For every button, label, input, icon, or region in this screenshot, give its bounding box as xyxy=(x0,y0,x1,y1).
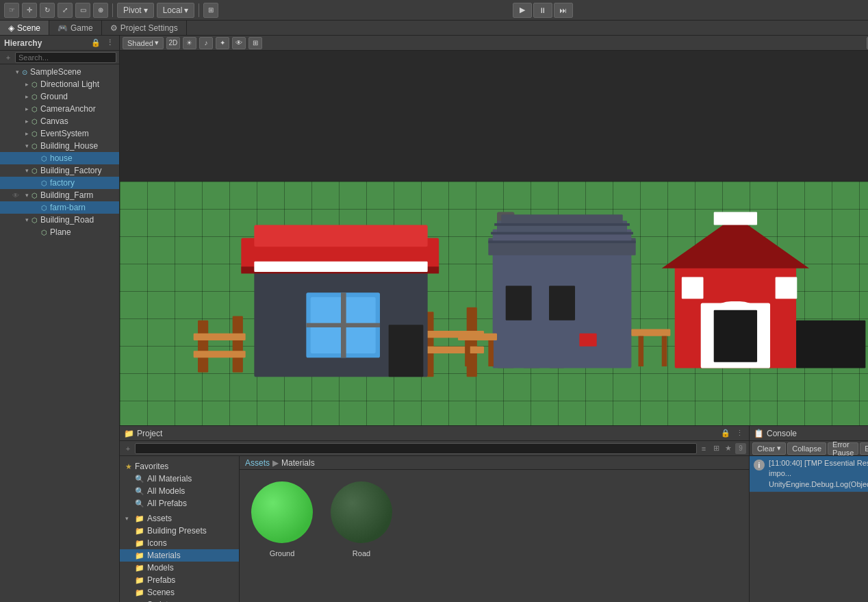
hierarchy-label-building_road: Building_Road xyxy=(40,215,94,225)
shading-dropdown[interactable]: Shaded ▾ xyxy=(123,37,164,49)
console-title: Console xyxy=(767,429,797,438)
lighting-icon[interactable]: ☀ xyxy=(183,37,196,49)
scene-grid-icon[interactable]: ⊞ xyxy=(248,37,262,49)
project-search-input[interactable] xyxy=(135,443,697,454)
project-filter-icon[interactable]: ≡ xyxy=(698,443,709,454)
favorites-header[interactable]: ★ Favorites xyxy=(120,460,239,473)
assets-header[interactable]: ▾ 📁 Assets xyxy=(120,512,239,525)
sidebar-item-icons[interactable]: 📁Icons xyxy=(120,537,239,549)
bottom-panels: 📁 Project 🔒 ⋮ + ≡ ⊞ ★ 9 xyxy=(120,425,868,602)
pivot-button[interactable]: Pivot ▾ xyxy=(117,3,154,18)
move-tool-icon[interactable]: ✛ xyxy=(22,3,37,18)
svg-rect-42 xyxy=(714,212,757,225)
hierarchy-item-house[interactable]: ⬡house xyxy=(0,152,119,164)
prefab-icon-house: ⬡ xyxy=(41,155,47,162)
sidebar-item-all-models[interactable]: 🔍 All Models xyxy=(120,485,239,497)
sidebar-item-all-materials[interactable]: 🔍 All Materials xyxy=(120,473,239,485)
hierarchy-item-building_farm[interactable]: 👁▾⬡Building_Farm xyxy=(0,189,119,201)
hierarchy-item-plane[interactable]: ⬡Plane xyxy=(0,226,119,238)
expand-arrow-building_farm[interactable]: ▾ xyxy=(23,192,30,199)
asset-item-road[interactable]: Road xyxy=(324,475,398,560)
project-star-icon[interactable]: ★ xyxy=(723,443,734,454)
hierarchy-menu-icon[interactable]: ⋮ xyxy=(104,38,115,49)
hierarchy-content: ▾⊙SampleScene▸⬡Directional Light▸⬡Ground… xyxy=(0,64,119,602)
hand-tool-icon[interactable]: ☞ xyxy=(4,3,19,18)
hierarchy-label-building_house: Building_House xyxy=(40,141,98,151)
console-warn-icon-0: i xyxy=(754,460,765,471)
hierarchy-item-cameraanchor[interactable]: ▸⬡CameraAnchor xyxy=(0,103,119,115)
favorites-star-icon: ★ xyxy=(125,462,132,471)
sidebar-item-scripts[interactable]: 📁Scripts xyxy=(120,599,239,602)
clear-button[interactable]: Clear ▾ xyxy=(752,442,786,455)
shading-label: Shaded xyxy=(127,39,153,47)
expand-arrow-building_road[interactable]: ▾ xyxy=(23,216,30,223)
play-button[interactable]: ▶ xyxy=(513,3,532,18)
scene-hidden-icon[interactable]: 👁 xyxy=(232,37,246,49)
2d-toggle[interactable]: 2D xyxy=(166,37,180,49)
sidebar-item-materials[interactable]: 📁Materials xyxy=(120,549,239,562)
hierarchy-item-dirlight[interactable]: ▸⬡Directional Light xyxy=(0,78,119,90)
hierarchy-item-canvas[interactable]: ▸⬡Canvas xyxy=(0,115,119,127)
project-menu-icon[interactable]: ⋮ xyxy=(734,428,745,439)
error-pause-button[interactable]: Error Pause xyxy=(828,442,858,455)
project-lock-icon[interactable]: 🔒 xyxy=(720,428,731,439)
grid-icon[interactable]: ⊞ xyxy=(203,3,218,18)
tab-game[interactable]: 🎮 Game xyxy=(49,21,102,35)
expand-arrow-canvas[interactable]: ▸ xyxy=(23,118,30,125)
project-header-left: 📁 Project xyxy=(124,429,162,438)
step-button[interactable]: ⏭ xyxy=(554,3,573,18)
tab-project-settings[interactable]: ⚙ Project Settings xyxy=(102,21,187,35)
scene-effects-icon[interactable]: ✦ xyxy=(216,37,229,49)
hierarchy-item-factory[interactable]: ⬡factory xyxy=(0,177,119,189)
prefab-icon-factory: ⬡ xyxy=(41,179,47,187)
transform-tool-icon[interactable]: ⊕ xyxy=(93,3,108,18)
expand-arrow-ground[interactable]: ▸ xyxy=(23,93,30,100)
pause-button[interactable]: ⏸ xyxy=(533,3,552,18)
hierarchy-item-building_road[interactable]: ▾⬡Building_Road xyxy=(0,214,119,226)
asset-item-ground[interactable]: Ground xyxy=(245,475,319,560)
project-add-icon[interactable]: + xyxy=(123,443,133,454)
hierarchy-item-samplescene[interactable]: ▾⊙SampleScene xyxy=(0,66,119,78)
sidebar-item-building-presets[interactable]: 📁Building Presets xyxy=(120,525,239,537)
hierarchy-item-ground[interactable]: ▸⬡Ground xyxy=(0,90,119,103)
hierarchy-item-building_house[interactable]: ▾⬡Building_House xyxy=(0,140,119,152)
scene-toolbar: Shaded ▾ 2D ☀ ♪ ✦ 👁 ⊞ ⋮ Gizmos ▾ All ▾ xyxy=(120,36,868,51)
hierarchy-add-icon[interactable]: + xyxy=(3,52,14,63)
expand-arrow-building_house[interactable]: ▾ xyxy=(23,142,30,149)
rect-tool-icon[interactable]: ▭ xyxy=(75,3,90,18)
hierarchy-search-input[interactable] xyxy=(15,52,116,63)
material-label-road: Road xyxy=(353,549,370,557)
breadcrumb-assets[interactable]: Assets xyxy=(245,458,270,468)
svg-rect-18 xyxy=(306,323,380,327)
editor-dropdown[interactable]: Editor ▾ xyxy=(860,442,868,455)
hierarchy-label-house: house xyxy=(50,153,73,163)
project-sidebar: ★ Favorites 🔍 All Materials 🔍 All Models xyxy=(120,456,240,602)
local-button[interactable]: Local ▾ xyxy=(157,3,195,18)
2d-label: 2D xyxy=(169,39,178,47)
go-icon-cameraanchor: ⬡ xyxy=(31,105,38,113)
expand-arrow-cameraanchor[interactable]: ▸ xyxy=(23,105,30,112)
expand-arrow-eventsystem[interactable]: ▸ xyxy=(23,130,30,137)
sidebar-item-all-prefabs[interactable]: 🔍 All Prefabs xyxy=(120,497,239,510)
hierarchy-lock-icon[interactable]: 🔒 xyxy=(90,38,101,49)
project-main: Assets ▶ Materials GroundRoad xyxy=(240,456,749,602)
sidebar-item-prefabs[interactable]: 📁Prefabs xyxy=(120,574,239,586)
collapse-button[interactable]: Collapse xyxy=(787,442,826,455)
console-row-0[interactable]: i[11:00:40] [TMP Essential Resources] ha… xyxy=(750,456,868,492)
hierarchy-item-eventsystem[interactable]: ▸⬡EventSystem xyxy=(0,127,119,140)
hierarchy-item-building_factory[interactable]: ▾⬡Building_Factory xyxy=(0,164,119,177)
scale-tool-icon[interactable]: ⤢ xyxy=(58,3,73,18)
asset-label-materials: Materials xyxy=(147,551,181,560)
expand-arrow-dirlight[interactable]: ▸ xyxy=(23,81,30,88)
hierarchy-item-farm_barn[interactable]: ⬡farm-barn xyxy=(0,201,119,214)
expand-arrow-building_factory[interactable]: ▾ xyxy=(23,167,30,174)
asset-label-prefabs: Prefabs xyxy=(147,575,175,585)
rotate-tool-icon[interactable]: ↻ xyxy=(40,3,55,18)
settings-tab-label: Project Settings xyxy=(120,23,178,33)
sidebar-item-models[interactable]: 📁Models xyxy=(120,562,239,574)
tab-scene[interactable]: ◈ Scene xyxy=(0,21,49,35)
sidebar-item-scenes[interactable]: 📁Scenes xyxy=(120,586,239,599)
audio-icon[interactable]: ♪ xyxy=(199,37,213,49)
project-view-icon[interactable]: ⊞ xyxy=(711,443,722,454)
expand-arrow-samplescene[interactable]: ▾ xyxy=(14,68,21,75)
